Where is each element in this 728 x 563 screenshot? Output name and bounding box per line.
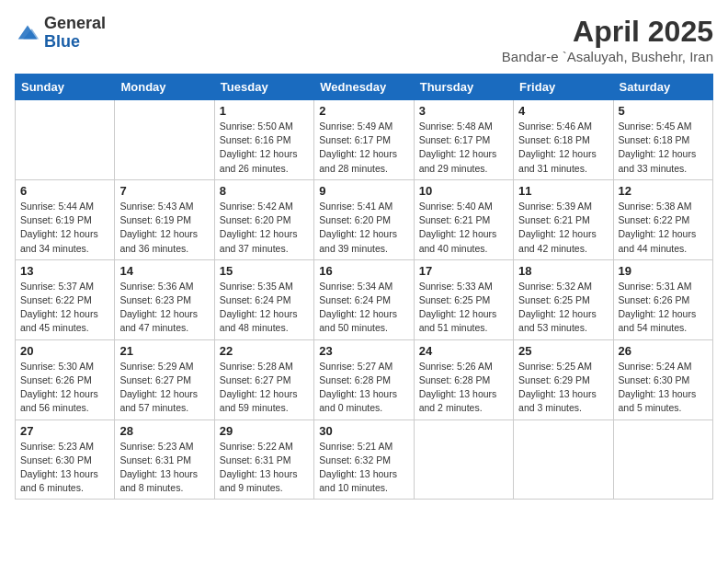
day-number: 5 [619, 104, 708, 118]
logo-general: General [44, 14, 106, 32]
calendar-week-5: 27Sunrise: 5:23 AM Sunset: 6:30 PM Dayli… [16, 419, 713, 500]
day-number: 20 [20, 344, 109, 358]
day-number: 3 [419, 104, 508, 118]
calendar-cell: 28Sunrise: 5:23 AM Sunset: 6:31 PM Dayli… [115, 419, 214, 500]
day-number: 8 [220, 184, 309, 198]
calendar-cell: 21Sunrise: 5:29 AM Sunset: 6:27 PM Dayli… [115, 339, 214, 419]
calendar-cell: 26Sunrise: 5:24 AM Sunset: 6:30 PM Dayli… [613, 339, 712, 419]
calendar-cell: 11Sunrise: 5:39 AM Sunset: 6:21 PM Dayli… [514, 179, 613, 259]
day-info: Sunrise: 5:41 AM Sunset: 6:20 PM Dayligh… [319, 200, 408, 256]
day-header-thursday: Thursday [414, 75, 513, 100]
calendar-cell [16, 100, 115, 180]
day-info: Sunrise: 5:42 AM Sunset: 6:20 PM Dayligh… [220, 200, 309, 256]
calendar-cell: 10Sunrise: 5:40 AM Sunset: 6:21 PM Dayli… [414, 179, 513, 259]
day-header-sunday: Sunday [16, 75, 115, 100]
calendar-week-2: 6Sunrise: 5:44 AM Sunset: 6:19 PM Daylig… [16, 179, 713, 259]
day-number: 10 [419, 184, 508, 198]
calendar-cell: 13Sunrise: 5:37 AM Sunset: 6:22 PM Dayli… [16, 259, 115, 339]
main-title: April 2025 [502, 15, 713, 49]
calendar-cell [115, 100, 214, 180]
day-info: Sunrise: 5:33 AM Sunset: 6:25 PM Dayligh… [419, 280, 508, 336]
calendar-cell: 20Sunrise: 5:30 AM Sunset: 6:26 PM Dayli… [16, 339, 115, 419]
calendar-cell: 25Sunrise: 5:25 AM Sunset: 6:29 PM Dayli… [514, 339, 613, 419]
logo-container: General Blue [15, 15, 106, 52]
day-header-friday: Friday [514, 75, 613, 100]
day-info: Sunrise: 5:28 AM Sunset: 6:27 PM Dayligh… [220, 360, 309, 416]
calendar-week-4: 20Sunrise: 5:30 AM Sunset: 6:26 PM Dayli… [16, 339, 713, 419]
day-info: Sunrise: 5:38 AM Sunset: 6:22 PM Dayligh… [619, 200, 708, 256]
day-number: 11 [518, 184, 608, 198]
calendar-cell: 9Sunrise: 5:41 AM Sunset: 6:20 PM Daylig… [314, 179, 414, 259]
calendar-cell [613, 419, 712, 500]
day-info: Sunrise: 5:44 AM Sunset: 6:19 PM Dayligh… [20, 200, 109, 256]
calendar-cell: 22Sunrise: 5:28 AM Sunset: 6:27 PM Dayli… [214, 339, 313, 419]
day-number: 12 [619, 184, 708, 198]
calendar-cell: 27Sunrise: 5:23 AM Sunset: 6:30 PM Dayli… [16, 419, 115, 500]
calendar-cell: 29Sunrise: 5:22 AM Sunset: 6:31 PM Dayli… [214, 419, 313, 500]
day-info: Sunrise: 5:45 AM Sunset: 6:18 PM Dayligh… [619, 120, 708, 176]
calendar-cell [414, 419, 513, 500]
calendar-cell: 17Sunrise: 5:33 AM Sunset: 6:25 PM Dayli… [414, 259, 513, 339]
day-number: 22 [220, 344, 309, 358]
calendar-cell: 23Sunrise: 5:27 AM Sunset: 6:28 PM Dayli… [314, 339, 414, 419]
day-info: Sunrise: 5:23 AM Sunset: 6:31 PM Dayligh… [119, 440, 209, 496]
day-info: Sunrise: 5:43 AM Sunset: 6:19 PM Dayligh… [119, 200, 209, 256]
calendar-cell: 30Sunrise: 5:21 AM Sunset: 6:32 PM Dayli… [314, 419, 414, 500]
title-area: April 2025 Bandar-e `Asaluyah, Bushehr, … [502, 15, 713, 64]
day-info: Sunrise: 5:27 AM Sunset: 6:28 PM Dayligh… [319, 360, 408, 416]
calendar-cell: 5Sunrise: 5:45 AM Sunset: 6:18 PM Daylig… [613, 100, 712, 180]
day-number: 30 [319, 424, 408, 438]
day-number: 15 [220, 264, 309, 278]
calendar-cell: 15Sunrise: 5:35 AM Sunset: 6:24 PM Dayli… [214, 259, 313, 339]
day-info: Sunrise: 5:23 AM Sunset: 6:30 PM Dayligh… [20, 440, 109, 496]
day-info: Sunrise: 5:36 AM Sunset: 6:23 PM Dayligh… [119, 280, 209, 336]
day-header-monday: Monday [115, 75, 214, 100]
day-info: Sunrise: 5:37 AM Sunset: 6:22 PM Dayligh… [20, 280, 109, 336]
day-info: Sunrise: 5:34 AM Sunset: 6:24 PM Dayligh… [319, 280, 408, 336]
day-number: 17 [419, 264, 508, 278]
calendar-cell: 16Sunrise: 5:34 AM Sunset: 6:24 PM Dayli… [314, 259, 414, 339]
day-info: Sunrise: 5:39 AM Sunset: 6:21 PM Dayligh… [518, 200, 608, 256]
day-number: 25 [518, 344, 608, 358]
day-info: Sunrise: 5:22 AM Sunset: 6:31 PM Dayligh… [220, 440, 309, 496]
day-number: 24 [419, 344, 508, 358]
day-number: 29 [220, 424, 309, 438]
day-number: 23 [319, 344, 408, 358]
day-number: 27 [20, 424, 109, 438]
calendar-cell: 4Sunrise: 5:46 AM Sunset: 6:18 PM Daylig… [514, 100, 613, 180]
day-number: 7 [119, 184, 209, 198]
logo-text: General Blue [44, 15, 106, 52]
calendar-cell: 24Sunrise: 5:26 AM Sunset: 6:28 PM Dayli… [414, 339, 513, 419]
logo: General Blue [15, 15, 106, 52]
logo-icon [15, 20, 40, 46]
day-info: Sunrise: 5:31 AM Sunset: 6:26 PM Dayligh… [619, 280, 708, 336]
day-header-saturday: Saturday [613, 75, 712, 100]
calendar-cell: 18Sunrise: 5:32 AM Sunset: 6:25 PM Dayli… [514, 259, 613, 339]
calendar-table: SundayMondayTuesdayWednesdayThursdayFrid… [15, 74, 713, 500]
calendar-cell: 8Sunrise: 5:42 AM Sunset: 6:20 PM Daylig… [214, 179, 313, 259]
day-info: Sunrise: 5:49 AM Sunset: 6:17 PM Dayligh… [319, 120, 408, 176]
calendar-cell: 19Sunrise: 5:31 AM Sunset: 6:26 PM Dayli… [613, 259, 712, 339]
day-number: 14 [119, 264, 209, 278]
day-number: 4 [518, 104, 608, 118]
day-info: Sunrise: 5:46 AM Sunset: 6:18 PM Dayligh… [518, 120, 608, 176]
day-info: Sunrise: 5:32 AM Sunset: 6:25 PM Dayligh… [518, 280, 608, 336]
day-number: 18 [518, 264, 608, 278]
day-number: 26 [619, 344, 708, 358]
day-number: 16 [319, 264, 408, 278]
day-number: 1 [220, 104, 309, 118]
calendar-header-row: SundayMondayTuesdayWednesdayThursdayFrid… [16, 75, 713, 100]
calendar-cell: 1Sunrise: 5:50 AM Sunset: 6:16 PM Daylig… [214, 100, 313, 180]
day-info: Sunrise: 5:40 AM Sunset: 6:21 PM Dayligh… [419, 200, 508, 256]
calendar-cell: 6Sunrise: 5:44 AM Sunset: 6:19 PM Daylig… [16, 179, 115, 259]
calendar-cell: 14Sunrise: 5:36 AM Sunset: 6:23 PM Dayli… [115, 259, 214, 339]
day-info: Sunrise: 5:48 AM Sunset: 6:17 PM Dayligh… [419, 120, 508, 176]
page-header: General Blue April 2025 Bandar-e `Asaluy… [15, 15, 713, 64]
day-number: 19 [619, 264, 708, 278]
day-info: Sunrise: 5:21 AM Sunset: 6:32 PM Dayligh… [319, 440, 408, 496]
day-header-wednesday: Wednesday [314, 75, 414, 100]
subtitle: Bandar-e `Asaluyah, Bushehr, Iran [502, 49, 713, 64]
day-number: 28 [119, 424, 209, 438]
calendar-cell: 3Sunrise: 5:48 AM Sunset: 6:17 PM Daylig… [414, 100, 513, 180]
calendar-week-3: 13Sunrise: 5:37 AM Sunset: 6:22 PM Dayli… [16, 259, 713, 339]
